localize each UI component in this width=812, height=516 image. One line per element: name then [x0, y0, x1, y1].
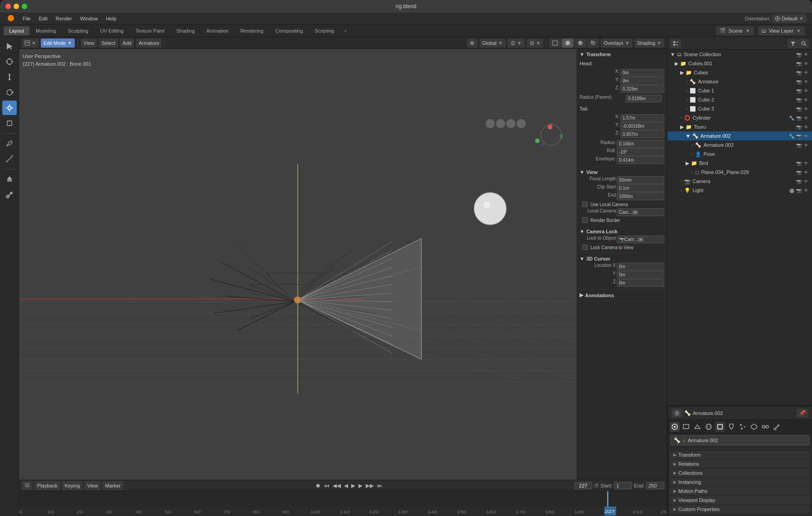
- envelope-value[interactable]: 0.414m: [617, 156, 664, 164]
- timeline-editor-type[interactable]: [22, 481, 33, 490]
- end-frame[interactable]: [646, 482, 664, 489]
- keying-menu[interactable]: Keying: [62, 481, 83, 490]
- transform-space[interactable]: Global ▼: [479, 39, 506, 48]
- menu-blender[interactable]: [4, 14, 18, 24]
- menu-render[interactable]: Render: [52, 15, 76, 22]
- prev-frame-btn[interactable]: ◀: [343, 482, 349, 490]
- tool-measure[interactable]: [2, 152, 17, 166]
- props-icon-scene[interactable]: [692, 422, 702, 432]
- props-editor-type[interactable]: [672, 409, 682, 418]
- outliner-editor-type[interactable]: [670, 39, 681, 48]
- menu-file[interactable]: File: [19, 15, 34, 22]
- props-motion-paths-header[interactable]: ▶ Motion Paths: [670, 487, 810, 495]
- tab-modeling[interactable]: Modeling: [30, 26, 62, 35]
- render-border-checkbox[interactable]: [582, 217, 588, 223]
- n-view-header[interactable]: ▼ View: [580, 169, 664, 176]
- clip-start-value[interactable]: 0.1m: [617, 184, 664, 192]
- props-icon-physics[interactable]: [749, 422, 759, 432]
- play-btn[interactable]: ▶: [350, 482, 356, 490]
- tree-cube3[interactable]: ○ ⬜ Cube 3 📷 👁: [667, 104, 812, 113]
- prev-key-btn[interactable]: ◀◀: [332, 482, 342, 490]
- snap-toggle[interactable]: ▼: [508, 39, 525, 48]
- tree-light[interactable]: ○ 💡 Light ⬤ 📷 👁: [667, 186, 812, 195]
- select-menu[interactable]: Select: [99, 39, 118, 48]
- tab-uv-editing[interactable]: UV Editing: [95, 26, 129, 35]
- start-frame[interactable]: [614, 482, 632, 489]
- cursor-x-value[interactable]: 0m: [617, 263, 664, 270]
- lock-to-object-value[interactable]: 📷 Cam... ✕: [617, 236, 664, 243]
- tree-cube2[interactable]: ○ ⬜ Cube 2 📷 👁: [667, 95, 812, 104]
- local-camera-clear[interactable]: ✕: [632, 210, 638, 215]
- cursor-z-value[interactable]: 0m: [617, 279, 664, 287]
- props-pin[interactable]: 📌: [797, 409, 808, 418]
- playback-menu[interactable]: Playback: [34, 481, 60, 490]
- vis-cam[interactable]: 📷: [796, 51, 802, 58]
- props-icon-modifier[interactable]: [726, 422, 736, 432]
- view-menu[interactable]: View: [81, 39, 97, 48]
- bone-radius-value[interactable]: 0.166m: [617, 140, 664, 148]
- props-instancing-header[interactable]: ▶ Instancing: [670, 478, 810, 486]
- pivot-center[interactable]: [467, 39, 478, 48]
- scene-collection[interactable]: ▼ 🗂 Scene Collection 📷 👁: [667, 50, 812, 59]
- tool-extrude[interactable]: [2, 172, 17, 187]
- tree-armature002[interactable]: ▼ 🦴 Armature.002 🔧 📷 👁: [667, 131, 812, 140]
- tree-camera[interactable]: ○ 📷 Camera 📷 👁: [667, 177, 812, 186]
- tree-cubes[interactable]: ▶ 📁 Cubes 📷 👁: [667, 68, 812, 77]
- tree-plane034[interactable]: ○ ◻ Plane.034_Plane.029 📷 👁: [667, 168, 812, 177]
- props-icon-data[interactable]: [772, 422, 782, 432]
- tab-sculpting[interactable]: Sculpting: [63, 26, 94, 35]
- scene-selector[interactable]: 🎬 Scene ▼: [716, 26, 754, 35]
- proportional-toggle[interactable]: ▼: [527, 39, 544, 48]
- clip-end-value[interactable]: 1000m: [617, 193, 664, 200]
- tab-layout[interactable]: Layout: [4, 26, 29, 35]
- props-collections-header[interactable]: ▶ Collections: [670, 469, 810, 477]
- window-controls[interactable]: [5, 4, 27, 9]
- tab-animation[interactable]: Animation: [201, 26, 234, 35]
- menu-edit[interactable]: Edit: [35, 15, 51, 22]
- current-frame[interactable]: 227: [574, 482, 592, 489]
- add-menu[interactable]: Add: [120, 39, 135, 48]
- tree-armature002-data[interactable]: ○ 🦴 Armature.002 📷 👁: [667, 140, 812, 149]
- head-x[interactable]: 0m: [620, 69, 664, 77]
- tab-texture-paint[interactable]: Texture Paint: [130, 26, 170, 35]
- next-key-btn[interactable]: ▶▶: [365, 482, 375, 490]
- roll-value[interactable]: -19°: [617, 148, 664, 156]
- close-button[interactable]: [5, 4, 11, 9]
- tab-rendering[interactable]: Rendering: [235, 26, 269, 35]
- n-annotations-header[interactable]: ▶ Annotations: [580, 291, 664, 299]
- next-frame-btn[interactable]: ▶: [358, 482, 363, 490]
- viewport-3d[interactable]: Y X Z User Perspective (227) Armature.00…: [19, 49, 576, 480]
- tool-annotate[interactable]: [2, 136, 17, 151]
- jump-end-btn[interactable]: ⏭: [376, 482, 383, 490]
- editor-type[interactable]: ▼: [22, 39, 39, 48]
- tree-cubes001[interactable]: ▶ 📁 Cubes.001 📷 👁: [667, 59, 812, 68]
- props-icon-render[interactable]: [670, 422, 680, 432]
- tool-cursor[interactable]: [2, 54, 17, 69]
- tail-y[interactable]: -0.00168m: [620, 122, 664, 130]
- n-transform-header[interactable]: ▼ Transform: [580, 51, 664, 58]
- cursor-y-value[interactable]: 0m: [617, 271, 664, 279]
- tab-shading[interactable]: Shading: [171, 26, 200, 35]
- head-y[interactable]: 0m: [620, 77, 664, 85]
- tree-tsuru[interactable]: ▶ 📁 Tsuru 📷 👁: [667, 122, 812, 131]
- shading-btn[interactable]: Shading ▼: [634, 39, 664, 48]
- jump-start-btn[interactable]: ⏮: [323, 482, 330, 490]
- vis-eye[interactable]: 👁: [803, 51, 809, 58]
- tree-cylinder[interactable]: ○ ⭕ Cylinder 🔧 📷 👁: [667, 113, 812, 122]
- minimize-button[interactable]: [14, 4, 19, 9]
- tool-edit-bone[interactable]: [2, 188, 17, 202]
- tail-z[interactable]: 0.857m: [620, 130, 664, 138]
- maximize-button[interactable]: [22, 4, 27, 9]
- shading-material[interactable]: [575, 39, 586, 48]
- view-menu-timeline[interactable]: View: [84, 481, 101, 490]
- props-icon-world[interactable]: [704, 422, 714, 432]
- view-layer-selector[interactable]: 🗂 View Layer ▼: [758, 26, 805, 35]
- timeline-track[interactable]: [19, 491, 667, 506]
- props-custom-props-header[interactable]: ▶ Custom Properties: [670, 505, 810, 513]
- outliner-filter[interactable]: [788, 39, 798, 48]
- marker-menu[interactable]: Marker: [102, 481, 123, 490]
- props-icon-particles[interactable]: [738, 422, 748, 432]
- head-z[interactable]: 0.329m: [620, 85, 664, 93]
- menu-window[interactable]: Window: [77, 15, 102, 22]
- shading-wire[interactable]: [549, 39, 561, 48]
